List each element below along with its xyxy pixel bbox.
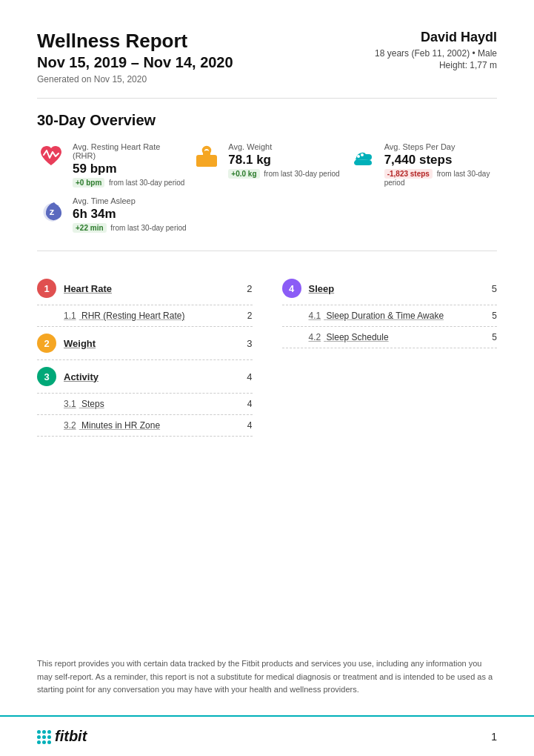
heart-rate-badge: +0 bpm	[73, 178, 104, 188]
overview-item-sleep: z z Avg. Time Asleep 6h 34m +22 min from…	[37, 196, 190, 233]
toc-sleep-schedule: 4.2 Sleep Schedule 5	[282, 327, 498, 348]
sleep-value: 6h 34m	[73, 207, 187, 222]
toc-sleep-duration: 4.1 Sleep Duration & Time Awake 5	[282, 305, 498, 327]
toc-sleep-duration-page: 5	[492, 311, 497, 321]
toc-weight-number: 2	[37, 334, 56, 353]
toc-steps-label: 3.1 Steps	[64, 399, 104, 409]
header-left: Wellness Report Nov 15, 2019 – Nov 14, 2…	[37, 30, 233, 84]
toc-sleep-label: Sleep	[309, 283, 335, 294]
toc-activity-page: 4	[247, 371, 252, 382]
toc-weight-page: 3	[247, 338, 252, 349]
toc-sleep-schedule-page: 5	[492, 332, 497, 342]
sleep-text: Avg. Time Asleep 6h 34m +22 min from las…	[73, 196, 187, 233]
report-title: Wellness Report	[37, 30, 233, 53]
sleep-label: Avg. Time Asleep	[73, 196, 187, 205]
heart-rate-change-text: from last 30-day period	[109, 179, 184, 187]
weight-badge: +0.0 kg	[228, 169, 259, 179]
toc-right-column: 4 Sleep 5 4.1 Sleep Duration & Time Awak…	[282, 272, 498, 437]
toc-heart-rate-left: 1 Heart Rate	[37, 279, 112, 298]
overview-item-heart-rate: Avg. Resting Heart Rate (RHR) 59 bpm +0 …	[37, 142, 185, 188]
date-range: Nov 15, 2019 – Nov 14, 2020	[37, 54, 233, 71]
toc-rhr: 1.1 RHR (Resting Heart Rate) 2	[37, 305, 253, 327]
svg-rect-5	[196, 155, 217, 167]
weight-icon: kg	[193, 142, 221, 170]
toc-sleep-schedule-label: 4.2 Sleep Schedule	[309, 332, 389, 342]
sleep-change: +22 min from last 30-day period	[73, 223, 187, 233]
toc-weight-label: Weight	[64, 338, 96, 349]
svg-text:z: z	[56, 203, 59, 210]
overview-divider	[37, 251, 497, 251]
toc-grid: 1 Heart Rate 2 1.1 RHR (Resting Heart Ra…	[37, 272, 497, 437]
toc-rhr-label: 1.1 RHR (Resting Heart Rate)	[64, 311, 184, 321]
svg-point-8	[357, 155, 360, 158]
toc-heart-rate: 1 Heart Rate 2	[37, 272, 253, 305]
toc-sleep-duration-label: 4.1 Sleep Duration & Time Awake	[309, 311, 444, 321]
steps-icon	[349, 142, 377, 170]
toc-activity-left: 3 Activity	[37, 367, 99, 386]
footer-disclaimer: This report provides you with certain da…	[37, 657, 497, 697]
overview-section: 30-Day Overview Avg. Resting Heart Rate …	[37, 112, 497, 233]
toc-heart-rate-label: Heart Rate	[64, 283, 112, 294]
toc-activity-label: Activity	[64, 371, 99, 382]
fitbit-logo: fitbit	[37, 728, 87, 745]
overview-title: 30-Day Overview	[37, 112, 497, 129]
svg-point-9	[361, 153, 364, 156]
toc-sleep-page: 5	[492, 283, 497, 294]
toc-activity: 3 Activity 4	[37, 360, 253, 394]
heart-rate-icon	[37, 142, 65, 170]
user-info: 18 years (Feb 11, 2002) • Male	[375, 48, 497, 59]
overview-row-sleep: z z Avg. Time Asleep 6h 34m +22 min from…	[37, 196, 497, 233]
fitbit-dots-icon	[37, 730, 50, 743]
sleep-badge: +22 min	[73, 223, 107, 233]
toc-heart-rate-page: 2	[247, 283, 252, 294]
weight-change-text: from last 30-day period	[264, 170, 339, 178]
toc-activity-number: 3	[37, 367, 56, 386]
weight-label: Avg. Weight	[228, 142, 339, 151]
toc-weight: 2 Weight 3	[37, 327, 253, 360]
header-right: David Haydl 18 years (Feb 11, 2002) • Ma…	[375, 30, 497, 70]
sleep-icon: z z	[37, 196, 65, 225]
heart-rate-label: Avg. Resting Heart Rate (RHR)	[73, 142, 185, 160]
steps-text: Avg. Steps Per Day 7,440 steps -1,823 st…	[384, 142, 497, 187]
overview-item-steps: Avg. Steps Per Day 7,440 steps -1,823 st…	[349, 142, 497, 188]
toc-heart-rate-number: 1	[37, 279, 56, 298]
header-divider	[37, 98, 497, 99]
heart-rate-change: +0 bpm from last 30-day period	[73, 178, 185, 188]
svg-text:z: z	[50, 206, 55, 217]
heart-rate-value: 59 bpm	[73, 162, 185, 176]
weight-text: Avg. Weight 78.1 kg +0.0 kg from last 30…	[228, 142, 339, 179]
overview-item-weight: kg Avg. Weight 78.1 kg +0.0 kg from last…	[193, 142, 341, 188]
toc-minutes-hr-page: 4	[247, 420, 253, 431]
footer-page-number: 1	[491, 731, 497, 743]
steps-label: Avg. Steps Per Day	[384, 142, 497, 151]
toc-steps: 3.1 Steps 4	[37, 394, 253, 415]
generated-date: Generated on Nov 15, 2020	[37, 74, 233, 84]
toc-sleep-number: 4	[282, 279, 301, 298]
user-height: Height: 1,77 m	[375, 60, 497, 70]
user-name: David Haydl	[375, 30, 497, 45]
toc-rhr-page: 2	[247, 311, 253, 321]
steps-change: -1,823 steps from last 30-day period	[384, 169, 497, 187]
sleep-change-text: from last 30-day period	[110, 224, 186, 232]
weight-change: +0.0 kg from last 30-day period	[228, 169, 339, 179]
toc-weight-left: 2 Weight	[37, 334, 96, 353]
svg-rect-7	[204, 153, 209, 156]
toc-left-column: 1 Heart Rate 2 1.1 RHR (Resting Heart Ra…	[37, 272, 253, 437]
weight-value: 78.1 kg	[228, 153, 339, 168]
steps-badge: -1,823 steps	[384, 169, 433, 179]
steps-value: 7,440 steps	[384, 153, 497, 168]
overview-grid: Avg. Resting Heart Rate (RHR) 59 bpm +0 …	[37, 142, 497, 188]
footer-bar: fitbit 1	[0, 715, 534, 756]
toc-minutes-hr-label: 3.2 Minutes in HR Zone	[64, 420, 160, 431]
toc-sleep: 4 Sleep 5	[282, 272, 498, 305]
toc-steps-page: 4	[247, 399, 253, 409]
toc-sleep-left: 4 Sleep	[282, 279, 335, 298]
heart-rate-text: Avg. Resting Heart Rate (RHR) 59 bpm +0 …	[73, 142, 185, 188]
page-header: Wellness Report Nov 15, 2019 – Nov 14, 2…	[37, 30, 497, 84]
toc-minutes-hr: 3.2 Minutes in HR Zone 4	[37, 415, 253, 437]
fitbit-logo-text: fitbit	[55, 728, 87, 745]
toc-section: 1 Heart Rate 2 1.1 RHR (Resting Heart Ra…	[37, 272, 497, 437]
